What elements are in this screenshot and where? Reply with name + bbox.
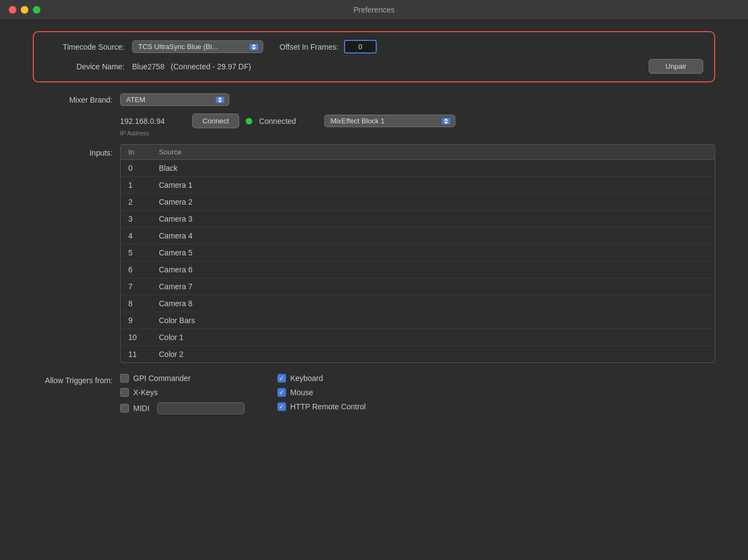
- preferences-content: Timecode Source: TCS UltraSync Blue (Bl.…: [0, 20, 748, 431]
- table-row: 9Color Bars: [121, 312, 715, 329]
- table-row: 1Camera 1: [121, 177, 715, 194]
- trigger-item: ✓ Mouse: [277, 388, 366, 397]
- connect-button[interactable]: Connect: [192, 114, 239, 128]
- timecode-source-arrows: [250, 44, 258, 50]
- offset-label: Offset In Frames:: [280, 43, 339, 51]
- mixer-brand-value: ATEM: [126, 96, 145, 104]
- td-source: Camera 7: [153, 282, 192, 291]
- trigger-item: GPI Commander: [120, 374, 245, 383]
- inputs-label: Inputs:: [33, 144, 120, 363]
- arrow-up-icon: [252, 44, 256, 46]
- ip-row: 192.168.0.94 Connect Connected MixEffect…: [120, 114, 715, 128]
- triggers-right-col: ✓ Keyboard ✓ Mouse ✓ HTTP Remote Control: [277, 374, 366, 414]
- td-in: 8: [121, 299, 153, 308]
- table-row: 3Camera 3: [121, 211, 715, 228]
- ip-address-value: 192.168.0.94: [120, 117, 186, 126]
- td-source: Black: [153, 164, 177, 172]
- trigger-item: X-Keys: [120, 388, 245, 397]
- td-in: 1: [121, 181, 153, 189]
- td-source: Color 1: [153, 333, 183, 342]
- trigger-item: ✓ HTTP Remote Control: [277, 402, 366, 411]
- traffic-lights: [9, 6, 40, 14]
- mixer-brand-row: Mixer Brand: ATEM: [33, 93, 715, 106]
- ip-section: 192.168.0.94 Connect Connected MixEffect…: [120, 114, 715, 136]
- table-row: 4Camera 4: [121, 228, 715, 245]
- trigger-label: GPI Commander: [133, 374, 191, 383]
- td-in: 9: [121, 316, 153, 325]
- trigger-label: Mouse: [290, 388, 313, 397]
- arrow-down-icon: [218, 100, 222, 103]
- inputs-section: Inputs: In Source 0Black1Camera 12Camera…: [33, 144, 715, 363]
- td-in: 5: [121, 248, 153, 257]
- td-in: 11: [121, 350, 153, 359]
- timecode-source-row: Timecode Source: TCS UltraSync Blue (Bl.…: [45, 40, 703, 53]
- checkbox[interactable]: [120, 404, 129, 413]
- table-row: 11Color 2: [121, 346, 715, 362]
- offset-input[interactable]: [344, 40, 377, 53]
- td-source: Camera 2: [153, 198, 192, 206]
- td-in: 6: [121, 265, 153, 274]
- checkbox[interactable]: ✓: [277, 388, 286, 397]
- column-header-source: Source: [153, 148, 181, 156]
- unpair-button[interactable]: Unpair: [649, 59, 703, 74]
- mixer-brand-arrows: [216, 97, 224, 103]
- td-in: 4: [121, 231, 153, 240]
- td-source: Camera 4: [153, 231, 192, 240]
- td-source: Color Bars: [153, 316, 195, 325]
- arrow-up-icon: [218, 97, 222, 99]
- checkbox[interactable]: [120, 374, 129, 383]
- triggers-grid: GPI Commander X-Keys MIDI ✓ Keyboard ✓ M…: [120, 374, 366, 414]
- fullscreen-button[interactable]: [33, 6, 40, 14]
- minimize-button[interactable]: [21, 6, 28, 14]
- td-in: 2: [121, 198, 153, 206]
- td-in: 0: [121, 164, 153, 172]
- mix-effect-select[interactable]: MixEffect Block 1: [324, 115, 455, 127]
- ip-address-label: IP Address: [120, 130, 715, 136]
- arrow-down-icon: [252, 47, 256, 50]
- td-in: 10: [121, 333, 153, 342]
- mixer-brand-select[interactable]: ATEM: [120, 93, 229, 106]
- checkbox[interactable]: [120, 388, 129, 397]
- table-header: In Source: [121, 145, 715, 160]
- table-row: 2Camera 2: [121, 194, 715, 211]
- connection-status-dot: [246, 118, 252, 124]
- mix-effect-arrows: [442, 118, 450, 124]
- midi-select[interactable]: [157, 402, 245, 414]
- arrow-down-icon: [444, 122, 448, 124]
- table-row: 10Color 1: [121, 329, 715, 346]
- table-row: 0Black: [121, 160, 715, 177]
- device-name-label: Device Name:: [45, 62, 132, 71]
- arrow-up-icon: [444, 118, 448, 121]
- table-row: 7Camera 7: [121, 278, 715, 295]
- trigger-item: ✓ Keyboard: [277, 374, 366, 383]
- trigger-label: MIDI: [133, 404, 150, 413]
- trigger-label: Keyboard: [290, 374, 323, 383]
- checkbox[interactable]: ✓: [277, 374, 286, 383]
- triggers-label: Allow Triggers from:: [33, 374, 120, 385]
- column-header-in: In: [121, 148, 153, 156]
- device-value: Blue2758 (Connected - 29.97 DF): [132, 62, 251, 71]
- table-row: 6Camera 6: [121, 261, 715, 278]
- td-source: Camera 5: [153, 248, 192, 257]
- timecode-source-label: Timecode Source:: [45, 43, 132, 51]
- table-row: 8Camera 8: [121, 295, 715, 312]
- td-in: 3: [121, 215, 153, 223]
- titlebar: Preferences: [0, 0, 748, 20]
- trigger-item: MIDI: [120, 402, 245, 414]
- td-source: Color 2: [153, 350, 183, 359]
- triggers-left-col: GPI Commander X-Keys MIDI: [120, 374, 245, 414]
- device-name-row: Device Name: Blue2758 (Connected - 29.97…: [45, 59, 703, 74]
- inputs-rows-container: 0Black1Camera 12Camera 23Camera 34Camera…: [121, 160, 715, 362]
- timecode-source-select[interactable]: TCS UltraSync Blue (Bl...: [132, 40, 263, 53]
- close-button[interactable]: [9, 6, 16, 14]
- timecode-source-box: Timecode Source: TCS UltraSync Blue (Bl.…: [33, 31, 715, 82]
- table-row: 5Camera 5: [121, 245, 715, 261]
- td-source: Camera 1: [153, 181, 192, 189]
- mixer-brand-label: Mixer Brand:: [33, 96, 120, 104]
- connected-status-text: Connected: [259, 117, 296, 126]
- inputs-table: In Source 0Black1Camera 12Camera 23Camer…: [120, 144, 715, 363]
- timecode-source-value: TCS UltraSync Blue (Bl...: [138, 43, 218, 51]
- checkbox[interactable]: ✓: [277, 402, 286, 411]
- td-source: Camera 8: [153, 299, 192, 308]
- td-source: Camera 6: [153, 265, 192, 274]
